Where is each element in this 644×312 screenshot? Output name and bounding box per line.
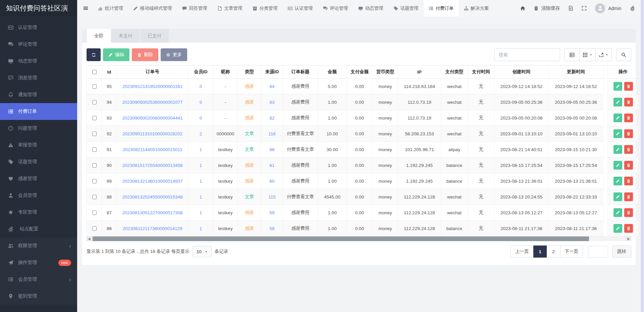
jump-page-input[interactable] [588,246,608,258]
refresh-button[interactable] [87,48,101,61]
order-no-link[interactable]: 202309121418520000001161 [122,84,182,89]
tab-全部[interactable]: 全部 [87,29,111,43]
edit-button[interactable]: 编辑 [103,48,129,61]
horizontal-scrollbar[interactable]: ◄ ► [87,236,631,241]
row-edit-button[interactable] [613,114,622,122]
page-button-2[interactable]: 2 [547,246,560,258]
delete-button[interactable]: 删除 [132,48,158,61]
row-delete-button[interactable] [624,82,633,91]
row-edit-button[interactable] [613,98,622,106]
order-no-link[interactable]: 202309050025360000001077 [122,100,182,105]
source-id-link[interactable]: 116 [268,131,276,136]
sidebar-item-话题管理[interactable]: 话题管理 [0,153,77,170]
row-delete-button[interactable] [624,192,633,201]
row-edit-button[interactable] [613,177,622,185]
sidebar-toggle[interactable] [77,0,93,16]
order-no-link[interactable]: 202309011310100000028202 [122,131,182,136]
more-button[interactable]: 更多 [161,48,187,61]
sidebar-item-会员管理[interactable]: 会员管理‹ [0,271,77,288]
scroll-left-arrow[interactable]: ◄ [87,236,92,241]
detail-view-button[interactable] [565,48,580,61]
nav-item-解决方案[interactable]: 解决方案 [459,0,494,16]
nav-item-评论管理[interactable]: 评论管理 [318,0,353,16]
nav-item-动态管理[interactable]: 动态管理 [353,0,388,16]
nav-item-分类管理[interactable]: 分类管理 [248,0,283,16]
sidebar-item-专区管理[interactable]: 专区管理 [0,204,77,221]
sidebar-item-举报管理[interactable]: 举报管理 [0,137,77,153]
row-delete-button[interactable] [624,98,633,106]
source-id-link[interactable]: 63 [269,100,274,105]
user-menu[interactable]: Admin [595,3,622,13]
member-id-link[interactable]: 0 [200,116,202,121]
sidebar-item-权限管理[interactable]: 权限管理‹ [0,237,77,254]
scroll-right-arrow[interactable]: ► [626,236,631,241]
row-checkbox[interactable] [92,147,97,152]
row-edit-button[interactable] [613,224,622,233]
sidebar-item-付费订单[interactable]: 付费订单 [0,103,77,120]
log-button[interactable] [568,6,573,11]
row-delete-button[interactable] [624,208,633,217]
next-page-button[interactable]: 下一页 [560,246,583,258]
row-delete-button[interactable] [624,224,633,233]
row-checkbox[interactable] [92,132,97,136]
source-id-link[interactable]: 60 [269,179,274,184]
row-delete-button[interactable] [624,145,633,154]
sidebar-item-插件管理[interactable]: 插件管理new [0,254,77,271]
sidebar-item-签到管理[interactable]: 签到管理 [0,288,77,305]
tab-未支付[interactable]: 未支付 [111,29,140,43]
row-edit-button[interactable] [613,145,622,154]
member-id-link[interactable]: 1 [200,226,202,231]
order-no-link[interactable]: 202308132024550000015348 [122,194,182,199]
page-button-1[interactable]: 1 [533,246,547,258]
tab-已支付[interactable]: 已支付 [141,29,169,43]
vertical-scrollbar[interactable] [641,0,644,312]
page-size-select[interactable]: 10 [193,246,212,257]
row-delete-button[interactable] [624,161,633,170]
row-edit-button[interactable] [613,161,622,170]
row-checkbox[interactable] [92,195,97,199]
member-id-link[interactable]: 1 [200,147,202,152]
row-delete-button[interactable] [624,129,633,138]
member-id-link[interactable]: 1 [200,179,202,184]
nav-item-移动端样式管理[interactable]: 移动端样式管理 [128,0,177,16]
order-no-link[interactable]: 202308130512270000017308 [122,210,182,215]
nav-item-回答管理[interactable]: 回答管理 [177,0,212,16]
member-id-link[interactable]: 0 [200,84,202,89]
sidebar-item-动态管理[interactable]: 动态管理 [0,53,77,70]
export-button[interactable] [596,48,612,61]
row-edit-button[interactable] [613,82,622,91]
member-id-link[interactable]: 1 [200,163,202,168]
row-checkbox[interactable] [92,211,97,215]
nav-item-统计管理[interactable]: 统计管理 [93,0,128,16]
order-no-link[interactable]: 202308112117360000014129 [122,226,182,231]
order-no-link[interactable]: 202309050020080000004441 [122,116,182,121]
select-all-checkbox[interactable] [92,70,97,74]
source-id-link[interactable]: 61 [269,163,274,168]
row-delete-button[interactable] [624,177,633,185]
nav-item-认证管理[interactable]: 认证管理 [283,0,318,16]
row-checkbox[interactable] [92,179,97,183]
clear-cache-button[interactable]: 清除缓存 [534,5,560,11]
row-edit-button[interactable] [613,129,622,138]
row-checkbox[interactable] [92,116,97,120]
settings-button[interactable] [630,6,636,11]
nav-item-文章管理[interactable]: 文章管理 [212,0,248,16]
source-id-link[interactable]: 115 [268,194,276,199]
source-id-link[interactable]: 62 [269,116,274,121]
row-edit-button[interactable] [613,192,622,201]
order-no-link[interactable]: 202308132136010000014937 [122,179,182,184]
sidebar-item-评论管理[interactable]: 评论管理 [0,36,77,53]
sidebar-item-认证管理[interactable]: 认证管理 [0,19,77,36]
source-id-link[interactable]: 64 [269,84,274,89]
source-id-link[interactable]: 58 [269,226,274,231]
nav-item-话题管理[interactable]: 话题管理 [388,0,424,16]
source-id-link[interactable]: 86 [269,147,274,152]
search-input[interactable] [494,48,560,61]
jump-button[interactable]: 跳转 [612,246,631,258]
row-checkbox[interactable] [92,226,97,231]
sidebar-item-消息管理[interactable]: 消息管理 [0,70,77,86]
member-id-link[interactable]: 0 [200,100,202,105]
sidebar-item-站点配置[interactable]: 站点配置 [0,221,77,237]
row-checkbox[interactable] [92,84,97,89]
order-no-link[interactable]: 202308211440510000015011 [122,147,182,152]
